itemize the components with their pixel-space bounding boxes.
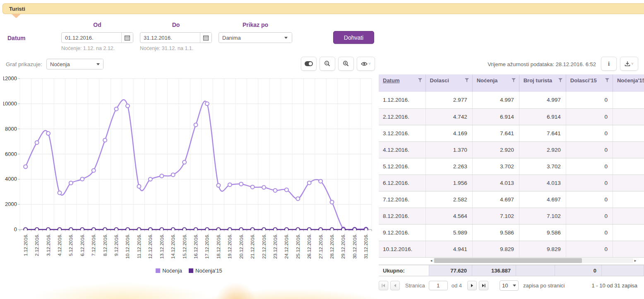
data-point[interactable] — [137, 228, 141, 232]
data-point[interactable] — [228, 228, 232, 232]
data-point[interactable] — [296, 228, 300, 232]
data-point[interactable] — [194, 123, 198, 127]
data-point[interactable] — [35, 141, 39, 144]
column-header-dolasci[interactable]: Dolasci — [425, 74, 472, 92]
table-row[interactable]: 2.12.2016.4.7426.9146.9140 — [379, 108, 644, 125]
data-point[interactable] — [171, 228, 175, 232]
data-point[interactable] — [308, 181, 311, 185]
export-button[interactable]: ˅ — [620, 57, 638, 71]
data-point[interactable] — [103, 228, 107, 232]
filter-icon[interactable] — [558, 78, 562, 82]
data-point[interactable] — [160, 174, 163, 178]
data-point[interactable] — [251, 185, 255, 189]
data-point[interactable] — [35, 228, 39, 232]
date-from-calendar-button[interactable] — [121, 33, 133, 43]
table-row[interactable]: 8.12.2016.4.5647.1027.1020 — [379, 208, 644, 224]
data-point[interactable] — [115, 107, 118, 111]
data-point[interactable] — [149, 177, 152, 181]
data-point[interactable] — [364, 228, 368, 232]
zoom-out-button[interactable] — [320, 57, 335, 71]
table-horizontal-scrollbar[interactable]: ◂ ▸ — [429, 257, 637, 264]
data-point[interactable] — [103, 138, 107, 142]
first-page-button[interactable] — [379, 281, 388, 290]
data-point[interactable] — [273, 189, 277, 192]
graf-dropdown-button[interactable] — [93, 59, 103, 69]
data-point[interactable] — [251, 228, 255, 232]
column-header-broj-turista[interactable]: Broj turista — [519, 74, 566, 92]
table-row[interactable]: 7.12.2016.2.5824.6974.6970 — [379, 191, 644, 208]
date-to-input[interactable] — [140, 35, 200, 41]
data-point[interactable] — [69, 181, 73, 185]
data-point[interactable] — [92, 228, 96, 232]
data-point[interactable] — [262, 228, 266, 232]
table-row[interactable]: 9.12.2016.5.9899.5869.5860 — [379, 224, 644, 241]
chart-toggle-button[interactable] — [301, 57, 317, 71]
filter-icon[interactable] — [512, 78, 516, 82]
data-point[interactable] — [308, 228, 311, 232]
data-point[interactable] — [216, 184, 220, 187]
data-point[interactable] — [205, 102, 209, 105]
data-point[interactable] — [115, 228, 118, 232]
filter-icon[interactable] — [605, 78, 609, 82]
data-point[interactable] — [126, 228, 130, 232]
data-point[interactable] — [183, 228, 186, 232]
data-point[interactable] — [126, 104, 130, 108]
data-point[interactable] — [80, 177, 84, 181]
previous-page-button[interactable] — [390, 281, 400, 290]
data-point[interactable] — [330, 228, 334, 232]
column-header-no-enja[interactable]: Noćenja — [472, 74, 519, 92]
data-point[interactable] — [353, 228, 356, 232]
zoom-in-button[interactable] — [338, 57, 354, 71]
table-row[interactable]: 10.12.2016.4.9419.8299.8290 — [379, 241, 644, 257]
prikaz-po-dropdown-button[interactable] — [280, 33, 292, 43]
column-header-no-enja-15[interactable]: Noćenja'15 — [613, 74, 644, 92]
filter-icon[interactable] — [465, 78, 469, 82]
data-point[interactable] — [194, 228, 198, 232]
data-point[interactable] — [58, 191, 61, 195]
page-size-select[interactable]: 10 — [500, 280, 519, 291]
scrollbar-track[interactable] — [433, 258, 633, 263]
data-point[interactable] — [330, 200, 334, 204]
data-point[interactable] — [24, 165, 27, 169]
column-header-datum[interactable]: Datum — [379, 74, 425, 92]
data-point[interactable] — [239, 228, 243, 232]
data-point[interactable] — [24, 228, 27, 232]
filter-icon[interactable] — [418, 78, 422, 82]
legend-item[interactable]: Noćenja — [156, 268, 182, 274]
table-row[interactable]: 3.12.2016.4.1697.6417.6410 — [379, 125, 644, 141]
data-point[interactable] — [58, 228, 61, 232]
table-row[interactable]: 4.12.2016.1.3702.9202.9200 — [379, 141, 644, 158]
dohvati-button[interactable]: Dohvati — [333, 31, 374, 44]
table-row[interactable]: 5.12.2016.2.2633.7023.7020 — [379, 158, 644, 175]
data-point[interactable] — [285, 188, 288, 191]
data-point[interactable] — [341, 228, 345, 232]
last-page-button[interactable] — [479, 281, 488, 290]
column-header-dolasci-15[interactable]: Dolasci'15 — [566, 74, 613, 92]
data-point[interactable] — [137, 184, 141, 188]
data-point[interactable] — [69, 228, 73, 232]
date-to-calendar-button[interactable] — [200, 33, 211, 43]
legend-item[interactable]: Noćenja'15 — [189, 268, 222, 274]
table-row[interactable]: 6.12.2016.1.9564.0134.0130 — [379, 175, 644, 191]
date-from-input[interactable] — [62, 35, 121, 41]
prikaz-po-select[interactable] — [219, 32, 292, 43]
series-visibility-button[interactable]: ˅ — [357, 57, 375, 71]
data-point[interactable] — [183, 160, 186, 164]
page-number-input[interactable] — [429, 281, 448, 290]
data-point[interactable] — [239, 182, 243, 186]
data-point[interactable] — [149, 228, 152, 232]
data-point[interactable] — [205, 228, 209, 232]
data-point[interactable] — [46, 132, 50, 135]
data-point[interactable] — [273, 228, 277, 232]
scroll-left-icon[interactable]: ◂ — [429, 258, 433, 263]
data-point[interactable] — [160, 228, 163, 232]
data-point[interactable] — [319, 179, 322, 183]
data-point[interactable] — [228, 183, 232, 187]
data-point[interactable] — [262, 186, 266, 189]
data-point[interactable] — [46, 228, 50, 232]
info-button[interactable]: i — [601, 57, 617, 71]
data-point[interactable] — [92, 169, 96, 172]
data-point[interactable] — [296, 197, 300, 201]
scroll-right-icon[interactable]: ▸ — [633, 258, 637, 263]
data-point[interactable] — [216, 228, 220, 232]
